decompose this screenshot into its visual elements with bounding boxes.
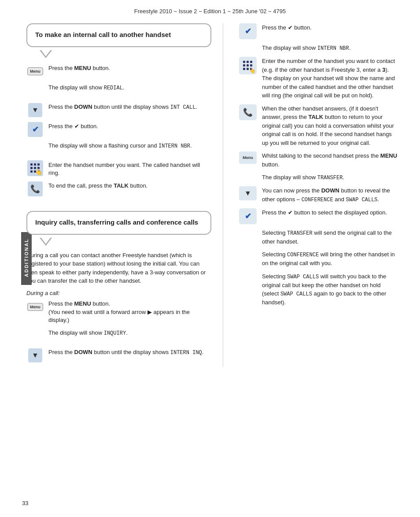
right-column: ✔ Press the ✔ button. The display will s… [235, 23, 398, 367]
r-step-check-2: ✔ Press the ✔ button to select the displ… [239, 208, 398, 224]
section-inquiry-title: Inquiry calls, transferring calls and co… [35, 218, 203, 227]
r-check-icon-2: ✔ [239, 208, 257, 224]
step-inquiry-spacer [26, 328, 44, 344]
step-menu-2-text: Press the MENU button.(You need to wait … [48, 299, 211, 325]
r-transfer-text: The display will show TRANSFER. [262, 173, 398, 182]
check-icon-1: ✔ [26, 122, 44, 137]
bubble-pointer-1 [40, 50, 52, 58]
step-down-2-text: Press the DOWN button until the display … [48, 347, 211, 357]
phone-icon-1: 📞 [26, 181, 44, 197]
r-check-1-text: Press the ✔ button. [262, 23, 398, 32]
r-keypad-text: Enter the number of the handset you want… [262, 57, 398, 100]
step-talk-1-text: To end the call, press the TALK button. [48, 181, 211, 190]
r-menu-icon: Menu [239, 151, 257, 164]
step-redial-spacer [26, 83, 44, 99]
step-keypad-1-text: Enter the handset number you want. The c… [48, 160, 211, 178]
section-internal-call-title: To make an internal call to another hand… [35, 30, 203, 39]
r-check-2-text: Press the ✔ button to select the display… [262, 208, 398, 217]
step-check-1-text: Press the ✔ button. [48, 122, 211, 131]
step-redial: The display will show REDIAL. [26, 83, 211, 99]
menu-icon: Menu [26, 63, 44, 79]
r-select-swap: Selecting SWAP CALLS will switch you bac… [239, 272, 398, 307]
r-select-swap-text: Selecting SWAP CALLS will switch you bac… [262, 272, 398, 307]
r-step-keypad: 👆 Enter the number of the handset you wa… [239, 57, 398, 100]
section-internal-call: To make an internal call to another hand… [26, 23, 211, 47]
r-phone-text: When the other handset answers, (if it d… [262, 104, 398, 148]
r-transfer-display: The display will show TRANSFER. [239, 173, 398, 182]
r-intern-nbr: The display will show INTERN NBR. [239, 44, 398, 52]
down-icon-2: ▼ [26, 347, 44, 363]
r-select-transfer: Selecting TRANSFER will send the origina… [239, 229, 398, 246]
r-step-phone: 📞 When the other handset answers, (if it… [239, 104, 398, 148]
r-step-check-1: ✔ Press the ✔ button. [239, 23, 398, 39]
left-column: To make an internal call to another hand… [26, 23, 211, 367]
step-redial-text: The display will show REDIAL. [48, 83, 211, 92]
sidebar-label: ADDITIONAL [21, 232, 32, 285]
step-flash-text: The display will show a flashing cursor … [48, 141, 211, 150]
keypad-icon-1: 👆 [26, 160, 44, 176]
step-menu-text: Press the MENU button. [48, 63, 211, 73]
during-call-label: During a call: [26, 290, 211, 296]
down-icon-1: ▼ [26, 102, 44, 118]
step-inquiry-text: The display will show INQUIRY. [48, 328, 211, 337]
r-select-conference-text: Selecting CONFERENCE will bring the othe… [262, 250, 398, 268]
r-step-down: ▼ You can now press the DOWN button to r… [239, 186, 398, 204]
r-select-transfer-text: Selecting TRANSFER will send the origina… [262, 229, 398, 246]
r-check-icon-1: ✔ [239, 23, 257, 39]
step-inquiry: The display will show INQUIRY. [26, 328, 211, 344]
r-menu-text: Whilst talking to the second handset pre… [262, 151, 398, 169]
section-inquiry: Inquiry calls, transferring calls and co… [26, 211, 211, 235]
step-down-1: ▼ Press the DOWN button until the displa… [26, 102, 211, 118]
col-divider [223, 23, 223, 367]
step-keypad-1: 👆 Enter the handset number you want. The… [26, 160, 211, 178]
r-phone-icon: 📞 [239, 104, 257, 120]
r-keypad-icon: 👆 [239, 57, 257, 74]
bubble-pointer-2 [40, 238, 52, 246]
menu-icon-2: Menu [26, 299, 44, 315]
step-flash-spacer [26, 141, 44, 157]
inquiry-intro: During a call you can contact another Fr… [26, 251, 211, 285]
r-select-conference: Selecting CONFERENCE will bring the othe… [239, 250, 398, 268]
during-call-steps: During a call: Menu Press the MENU butto… [26, 290, 211, 364]
r-down-icon: ▼ [239, 186, 257, 200]
internal-call-steps: Menu Press the MENU button. The display … [26, 63, 211, 197]
page-number: 33 [22, 500, 28, 506]
page-header: Freestyle 2010 ~ Issue 2 ~ Edition 1 ~ 2… [0, 0, 420, 19]
step-menu-2: Menu Press the MENU button.(You need to … [26, 299, 211, 325]
r-step-menu: Menu Whilst talking to the second handse… [239, 151, 398, 169]
step-talk-1: 📞 To end the call, press the TALK button… [26, 181, 211, 197]
step-flash: The display will show a flashing cursor … [26, 141, 211, 157]
step-down-1-text: Press the DOWN button until the display … [48, 102, 211, 111]
step-check-1: ✔ Press the ✔ button. [26, 122, 211, 137]
step-menu: Menu Press the MENU button. [26, 63, 211, 79]
r-intern-nbr-text: The display will show INTERN NBR. [262, 44, 398, 52]
r-down-text: You can now press the DOWN button to rev… [262, 186, 398, 204]
step-down-2: ▼ Press the DOWN button until the displa… [26, 347, 211, 363]
